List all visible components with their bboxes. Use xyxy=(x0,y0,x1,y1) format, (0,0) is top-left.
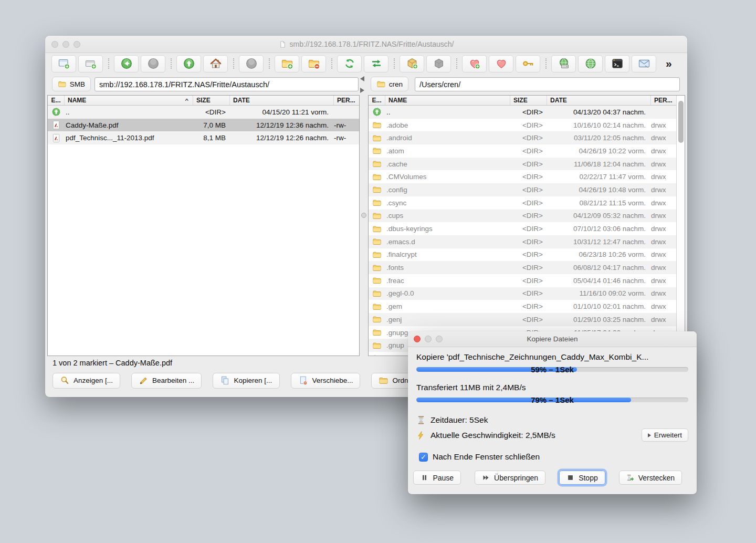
pack-button[interactable] xyxy=(400,55,424,72)
edit-button[interactable]: Bearbeiten ... xyxy=(131,373,202,389)
current-file-label: Kopiere 'pdf_Technische_Zeichnungen_Cadd… xyxy=(416,352,688,362)
file-row[interactable]: .gegl-0.0 <DIR> 11/16/10 09:02 vorm. drw… xyxy=(369,287,676,300)
skip-button[interactable]: Überspringen xyxy=(475,471,545,485)
stop-button[interactable] xyxy=(239,55,264,72)
window-title: smb://192.168.178.1/FRITZ.NAS/Fritte/Aus… xyxy=(45,40,687,48)
column-header-date[interactable]: DATE xyxy=(230,96,334,105)
file-progress-label: 59% – 1Sek xyxy=(416,365,688,374)
selection-status: 1 von 2 markiert – Caddy-Maße.pdf xyxy=(52,359,172,367)
toolbar-overflow-chevron[interactable]: » xyxy=(666,57,671,70)
terminal-button[interactable] xyxy=(605,55,629,72)
hide-button[interactable]: Verstecken xyxy=(619,471,682,485)
transfer-total-label: Transferiert 11MB mit 2,4MB/s xyxy=(416,383,688,392)
network-button[interactable] xyxy=(578,55,603,72)
delete-button[interactable] xyxy=(301,55,326,72)
advanced-button[interactable]: Erweitert xyxy=(642,429,688,442)
dialog-minimize-button[interactable] xyxy=(425,336,432,342)
swap-panes-button[interactable] xyxy=(364,55,388,72)
file-row[interactable]: .adobe <DIR> 10/16/10 02:14 nachm. drwx xyxy=(369,119,676,132)
back-button[interactable] xyxy=(114,55,139,72)
copy-files-dialog: Kopiere Dateien Kopiere 'pdf_Technische_… xyxy=(408,331,697,494)
minimize-button[interactable] xyxy=(62,41,69,48)
file-row[interactable]: .config <DIR> 04/26/19 10:48 vorm. drwx xyxy=(369,183,676,196)
file-type-icon xyxy=(372,289,382,298)
move-button[interactable]: Verschiebe... xyxy=(291,373,360,389)
close-on-finish-checkbox[interactable]: ✓ xyxy=(419,453,428,462)
refresh-button[interactable] xyxy=(337,55,362,72)
dialog-zoom-button[interactable] xyxy=(436,336,443,342)
file-type-icon xyxy=(372,224,382,234)
splitter-arrow-right[interactable] xyxy=(360,88,364,93)
splitter-arrow-left[interactable] xyxy=(360,76,364,81)
file-row[interactable]: .atom <DIR> 04/26/19 10:22 vorm. drwx xyxy=(369,144,676,158)
file-type-icon xyxy=(372,185,382,194)
column-header-name[interactable]: NAME xyxy=(385,96,510,105)
scrollbar-thumb[interactable] xyxy=(678,101,684,143)
bookmarks-button[interactable] xyxy=(489,55,513,72)
lightning-icon xyxy=(416,431,426,440)
file-row[interactable]: .genj <DIR> 01/29/10 03:25 nachm. drwx xyxy=(369,313,676,326)
toolbar-separator xyxy=(171,58,172,69)
column-header-name[interactable]: NAME ^ xyxy=(65,96,193,105)
file-row[interactable]: pdf_Technisc..._11-2013.pdf 8,1 MB 12/12… xyxy=(48,131,359,144)
file-row[interactable]: .finalcrypt <DIR> 06/23/18 10:26 vorm. d… xyxy=(369,248,676,262)
view-button[interactable]: Anzeigen [... xyxy=(52,373,120,389)
file-type-icon xyxy=(51,120,61,130)
tab-smb[interactable]: SMB xyxy=(52,77,91,91)
speed-label: Aktuelle Geschwindigkeit: 2,5MB/s xyxy=(430,431,555,440)
file-type-icon xyxy=(372,328,382,337)
file-row[interactable]: .fonts <DIR> 06/08/12 04:17 nachm. drwx xyxy=(369,261,676,274)
column-header-permissions[interactable]: PER... xyxy=(651,96,676,105)
connect-server-button[interactable] xyxy=(551,55,576,72)
scrollbar[interactable] xyxy=(676,96,685,356)
file-row[interactable]: .emacs.d <DIR> 10/31/12 12:47 nachm. drw… xyxy=(369,235,676,248)
file-row[interactable]: .csync <DIR> 08/21/12 11:15 vorm. drwx xyxy=(369,196,676,210)
clone-window-button[interactable] xyxy=(78,55,103,72)
go-home-button[interactable] xyxy=(203,55,228,72)
add-bookmark-button[interactable] xyxy=(462,55,487,72)
pane-splitter[interactable] xyxy=(360,95,368,356)
file-row[interactable]: .android <DIR> 03/11/20 12:05 nachm. drw… xyxy=(369,131,676,144)
column-header-permissions[interactable]: PER... xyxy=(334,96,359,105)
splitter-arrows xyxy=(360,76,367,93)
stop-button[interactable]: Stopp xyxy=(559,471,605,485)
file-row[interactable]: .dbus-keyrings <DIR> 07/10/12 03:06 nach… xyxy=(369,222,676,235)
file-row[interactable]: .. <DIR> 04/15/20 11:21 vorm. xyxy=(48,106,359,119)
go-up-button[interactable] xyxy=(176,55,201,72)
column-header-size[interactable]: SIZE xyxy=(193,96,230,105)
file-type-icon xyxy=(372,353,382,356)
column-header-date[interactable]: DATE xyxy=(547,96,651,105)
file-row[interactable]: .CMVolumes <DIR> 02/22/17 11:47 vorm. dr… xyxy=(369,170,676,183)
zoom-button[interactable] xyxy=(74,41,80,48)
folder-icon xyxy=(376,79,386,89)
copy-button[interactable]: Kopieren [... xyxy=(213,373,280,389)
close-button[interactable] xyxy=(51,41,58,48)
new-folder-button[interactable] xyxy=(275,55,299,72)
file-row[interactable]: .freac <DIR> 05/04/14 01:46 nachm. drwx xyxy=(369,274,676,287)
column-header-size[interactable]: SIZE xyxy=(510,96,547,105)
toolbar-separator xyxy=(394,58,395,69)
new-window-button[interactable] xyxy=(51,55,76,72)
right-path-input[interactable] xyxy=(415,77,680,91)
email-files-button[interactable] xyxy=(632,55,656,72)
pause-button[interactable]: Pause xyxy=(413,471,461,485)
tab-cren[interactable]: cren xyxy=(371,77,408,91)
unpack-button[interactable] xyxy=(426,55,451,72)
left-file-list: .. <DIR> 04/15/20 11:21 vorm. Caddy-Maße… xyxy=(48,106,359,356)
file-progress-bar: 59% – 1Sek xyxy=(416,363,688,375)
splitter-knob[interactable] xyxy=(361,213,366,218)
document-icon xyxy=(279,40,287,48)
file-row[interactable]: .cups <DIR> 04/12/09 05:32 nachm. drwx xyxy=(369,210,676,223)
file-row[interactable]: .. <DIR> 04/13/20 04:37 nachm. xyxy=(369,106,676,119)
file-row[interactable]: Caddy-Maße.pdf 7,0 MB 12/12/19 12:36 nac… xyxy=(48,119,359,132)
file-row[interactable]: .gem <DIR> 01/10/10 02:01 nachm. drwx xyxy=(369,300,676,313)
file-row[interactable]: .cache <DIR> 11/06/18 12:04 nachm. drwx xyxy=(369,158,676,171)
file-type-icon xyxy=(372,172,382,182)
dialog-close-button[interactable] xyxy=(414,336,421,342)
credentials-button[interactable] xyxy=(516,55,540,72)
forward-button[interactable] xyxy=(141,55,165,72)
left-pane-header: E... NAME ^ SIZE DATE PER... xyxy=(48,96,359,106)
left-path-input[interactable] xyxy=(94,77,359,91)
column-header-extension[interactable]: E... xyxy=(369,96,385,105)
column-header-extension[interactable]: E... xyxy=(48,96,65,105)
